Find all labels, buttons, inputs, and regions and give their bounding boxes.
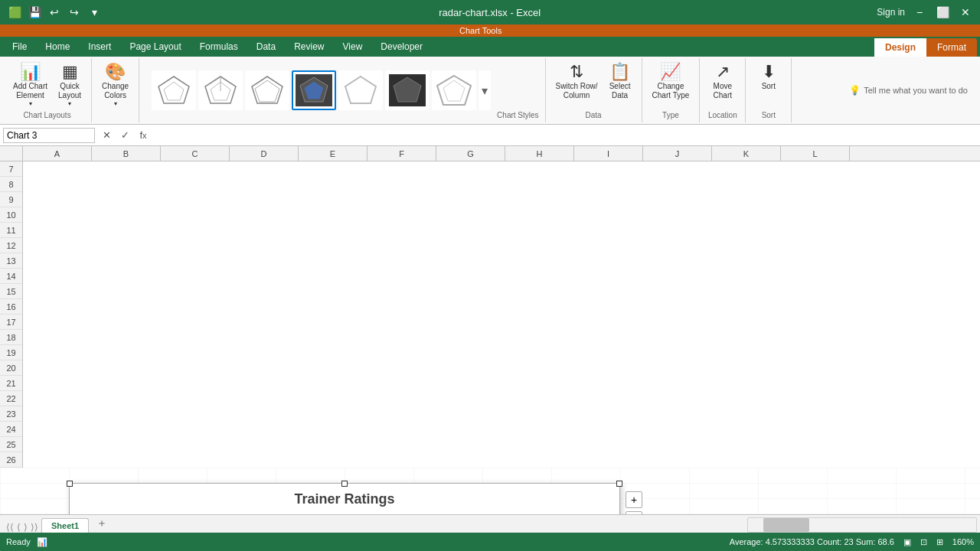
name-box[interactable]: [3, 128, 95, 143]
tab-developer[interactable]: Developer: [371, 37, 432, 57]
chart-style-4[interactable]: [292, 70, 336, 110]
add-chart-element-chart-btn[interactable]: +: [626, 491, 642, 508]
sheet-next-btn[interactable]: ⟩: [24, 522, 28, 533]
sign-in-btn[interactable]: Sign in: [877, 7, 905, 18]
change-chart-type-btn[interactable]: 📈 ChangeChart Type: [648, 61, 694, 103]
redo-icon[interactable]: ↪: [66, 4, 83, 21]
move-chart-icon: ↗: [716, 64, 730, 80]
title-bar-right: Sign in − ⬜ ✕: [877, 4, 974, 21]
tab-review[interactable]: Review: [285, 37, 333, 57]
row-8[interactable]: 8: [0, 177, 22, 192]
tab-formulas[interactable]: Formulas: [191, 37, 247, 57]
tab-home[interactable]: Home: [36, 37, 79, 57]
tab-design[interactable]: Design: [874, 38, 926, 57]
add-sheet-btn[interactable]: ＋: [90, 514, 113, 533]
row-14[interactable]: 14: [0, 269, 22, 284]
ready-status: Ready: [6, 537, 31, 546]
h-scroll-thumb[interactable]: [763, 518, 809, 532]
row-21[interactable]: 21: [0, 376, 22, 391]
col-header-f[interactable]: F: [368, 146, 436, 161]
confirm-formula-btn[interactable]: ✓: [116, 127, 133, 144]
quick-layout-btn[interactable]: ▦ QuickLayout ▾: [54, 61, 85, 109]
chart-style-6[interactable]: [385, 70, 430, 110]
row-26[interactable]: 26: [0, 452, 22, 468]
view-layout-icon[interactable]: ⊡: [920, 537, 927, 547]
minimize-btn[interactable]: −: [911, 4, 928, 21]
sheet-tab-sheet1[interactable]: Sheet1: [41, 518, 89, 533]
tell-me-text[interactable]: Tell me what you want to do: [864, 86, 968, 95]
chart-layouts-label: Chart Layouts: [23, 109, 70, 119]
svg-marker-10: [345, 77, 376, 103]
row-11[interactable]: 11: [0, 223, 22, 238]
formula-input[interactable]: [155, 129, 977, 142]
tab-insert[interactable]: Insert: [79, 37, 120, 57]
col-header-l[interactable]: L: [781, 146, 850, 161]
cancel-formula-btn[interactable]: ✕: [98, 127, 115, 144]
row-9[interactable]: 9: [0, 192, 22, 207]
col-header-j[interactable]: J: [643, 146, 712, 161]
row-10[interactable]: 10: [0, 207, 22, 223]
row-17[interactable]: 17: [0, 315, 22, 330]
select-data-btn[interactable]: 📋 SelectData: [605, 61, 635, 103]
col-header-e[interactable]: E: [299, 146, 368, 161]
add-chart-element-btn[interactable]: 📊 Add ChartElement ▾: [9, 61, 51, 109]
chart-style-7[interactable]: [432, 70, 476, 110]
chart-style-1[interactable]: [152, 70, 196, 110]
corner-header: [0, 146, 23, 161]
sort-btn[interactable]: ⬇ Sort: [753, 61, 784, 93]
save-icon[interactable]: 💾: [26, 4, 43, 21]
col-header-h[interactable]: H: [505, 146, 574, 161]
tab-data[interactable]: Data: [247, 37, 285, 57]
row-23[interactable]: 23: [0, 406, 22, 422]
row-15[interactable]: 15: [0, 284, 22, 299]
chart-style-scroll[interactable]: ▾: [479, 70, 491, 110]
tab-view[interactable]: View: [334, 37, 372, 57]
close-btn[interactable]: ✕: [957, 4, 974, 21]
move-chart-btn[interactable]: ↗ MoveChart: [707, 61, 738, 103]
change-colors-arrow: ▾: [114, 100, 117, 107]
h-scrollbar[interactable]: [747, 517, 977, 533]
row-24[interactable]: 24: [0, 422, 22, 437]
col-header-b[interactable]: B: [92, 146, 161, 161]
view-page-break-icon[interactable]: ⊞: [936, 537, 943, 547]
sheet-first-btn[interactable]: ⟨⟨: [6, 522, 14, 533]
tab-page-layout[interactable]: Page Layout: [120, 37, 190, 57]
chart-style-2[interactable]: [198, 70, 243, 110]
sheet-prev-btn[interactable]: ⟨: [17, 522, 21, 533]
row-16[interactable]: 16: [0, 299, 22, 315]
row-7[interactable]: 7: [0, 161, 22, 177]
formula-buttons: ✕ ✓ fx: [98, 127, 152, 144]
colors-buttons: 🎨 ChangeColors ▾: [98, 61, 132, 119]
insert-function-btn[interactable]: fx: [135, 127, 152, 144]
sort-buttons: ⬇ Sort: [753, 61, 784, 109]
window-title: radar-chart.xlsx - Excel: [439, 7, 541, 18]
col-header-a[interactable]: A: [23, 146, 92, 161]
data-group-label: Data: [586, 109, 602, 119]
customize-icon[interactable]: ▾: [86, 4, 103, 21]
switch-row-col-btn[interactable]: ⇅ Switch Row/Column: [552, 61, 602, 103]
col-header-d[interactable]: D: [230, 146, 299, 161]
change-colors-btn[interactable]: 🎨 ChangeColors ▾: [98, 61, 132, 109]
tab-file[interactable]: File: [3, 37, 36, 57]
main-tabs: File Home Insert Page Layout Formulas Da…: [3, 37, 432, 57]
undo-icon[interactable]: ↩: [46, 4, 63, 21]
col-header-g[interactable]: G: [436, 146, 505, 161]
row-12[interactable]: 12: [0, 238, 22, 253]
col-header-c[interactable]: C: [161, 146, 230, 161]
view-normal-icon[interactable]: ▣: [903, 537, 911, 547]
sheet-last-btn[interactable]: ⟩⟩: [31, 522, 38, 533]
col-header-i[interactable]: I: [574, 146, 643, 161]
row-13[interactable]: 13: [0, 253, 22, 269]
restore-btn[interactable]: ⬜: [934, 4, 951, 21]
row-22[interactable]: 22: [0, 391, 22, 406]
location-buttons: ↗ MoveChart: [707, 61, 738, 109]
tab-format[interactable]: Format: [926, 38, 977, 57]
row-25[interactable]: 25: [0, 437, 22, 452]
row-19[interactable]: 19: [0, 345, 22, 360]
chart-style-5[interactable]: [338, 70, 383, 110]
statusbar-left: Ready 📊: [6, 537, 47, 547]
row-20[interactable]: 20: [0, 360, 22, 376]
col-header-k[interactable]: K: [712, 146, 781, 161]
chart-style-3[interactable]: [245, 70, 289, 110]
row-18[interactable]: 18: [0, 330, 22, 345]
